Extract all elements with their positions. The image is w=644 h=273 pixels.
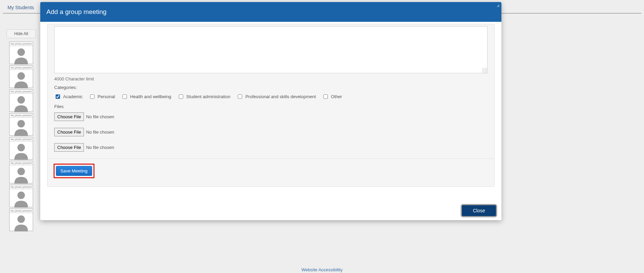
file-row-3: Choose File No file chosen [54, 143, 487, 152]
add-group-meeting-modal: Add a group meeting ◢ 4000 Character lim… [40, 2, 501, 220]
modal-footer: Close [40, 201, 501, 220]
files-label: Files [54, 104, 487, 109]
category-student-administration[interactable]: Student administration [177, 93, 230, 100]
category-professional-skills-checkbox[interactable] [238, 94, 242, 99]
close-button[interactable]: Close [462, 205, 496, 216]
category-other-label: Other [331, 94, 342, 99]
category-health-wellbeing[interactable]: Health and wellbeing [121, 93, 171, 100]
meeting-notes-textarea[interactable] [54, 26, 487, 73]
categories-label: Categories: [54, 85, 487, 90]
character-limit-label: 4000 Character limit [54, 76, 487, 81]
modal-header: Add a group meeting ◢ [40, 2, 501, 22]
modal-body[interactable]: 4000 Character limit Categories: Academi… [40, 22, 501, 201]
category-professional-skills[interactable]: Professional and skills development [236, 93, 316, 100]
category-other-checkbox[interactable] [323, 94, 328, 99]
category-student-administration-checkbox[interactable] [179, 94, 183, 99]
save-meeting-button[interactable]: Save Meeting [56, 166, 92, 176]
category-health-wellbeing-label: Health and wellbeing [130, 94, 171, 99]
save-row: Save Meeting [47, 158, 494, 183]
category-personal[interactable]: Personal [89, 93, 115, 100]
file-status-3: No file chosen [86, 145, 114, 150]
category-personal-checkbox[interactable] [90, 94, 94, 99]
modal-title: Add a group meeting [46, 8, 106, 15]
choose-file-button-1[interactable]: Choose File [54, 112, 84, 121]
category-academic-checkbox[interactable] [56, 94, 60, 99]
file-status-1: No file chosen [86, 114, 114, 119]
category-other[interactable]: Other [322, 93, 342, 100]
save-button-highlight: Save Meeting [54, 164, 94, 178]
file-status-2: No file chosen [86, 130, 114, 135]
choose-file-button-3[interactable]: Choose File [54, 143, 84, 152]
file-row-1: Choose File No file chosen [54, 112, 487, 121]
category-personal-label: Personal [98, 94, 115, 99]
categories-row: Academic Personal Health and wellbeing [54, 93, 487, 100]
form-panel: 4000 Character limit Categories: Academi… [47, 24, 495, 187]
category-student-administration-label: Student administration [186, 94, 230, 99]
choose-file-button-2[interactable]: Choose File [54, 128, 84, 136]
category-academic[interactable]: Academic [54, 93, 83, 100]
resize-icon[interactable]: ◢ [497, 3, 499, 7]
category-professional-skills-label: Professional and skills development [245, 94, 316, 99]
category-health-wellbeing-checkbox[interactable] [122, 94, 127, 99]
category-academic-label: Academic [63, 94, 83, 99]
file-row-2: Choose File No file chosen [54, 128, 487, 136]
